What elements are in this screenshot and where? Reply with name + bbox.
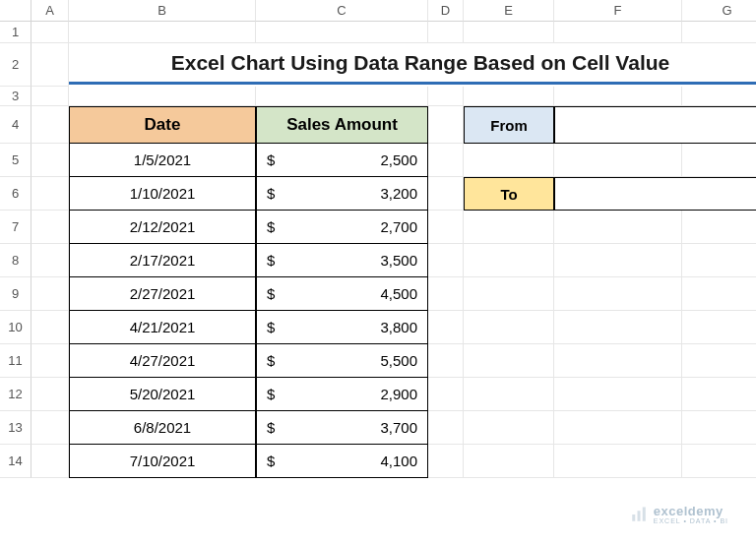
cell[interactable] <box>554 144 682 177</box>
cell[interactable] <box>32 378 69 411</box>
column-header-G[interactable]: G <box>682 0 756 22</box>
row-header-9[interactable]: 9 <box>0 277 32 311</box>
column-header-F[interactable]: F <box>554 0 682 22</box>
cell[interactable] <box>682 378 756 411</box>
cell[interactable] <box>464 87 554 106</box>
cell[interactable] <box>682 344 756 378</box>
table-cell-date[interactable]: 1/10/2021 <box>69 177 256 211</box>
table-cell-date[interactable]: 6/8/2021 <box>69 411 256 445</box>
cell[interactable] <box>554 311 682 344</box>
cell[interactable] <box>428 106 464 144</box>
cell[interactable] <box>682 22 756 43</box>
row-header-10[interactable]: 10 <box>0 311 32 344</box>
from-input[interactable] <box>554 106 756 144</box>
table-header-sales[interactable]: Sales Amount <box>256 106 428 144</box>
row-header-14[interactable]: 14 <box>0 445 32 478</box>
cell[interactable] <box>682 445 756 478</box>
cell[interactable] <box>682 87 756 106</box>
cell[interactable] <box>428 445 464 478</box>
cell[interactable] <box>256 87 428 106</box>
column-header-A[interactable]: A <box>32 0 69 22</box>
cell[interactable] <box>32 244 69 277</box>
cell[interactable] <box>554 22 682 43</box>
column-header-B[interactable]: B <box>69 0 256 22</box>
column-header-D[interactable]: D <box>428 0 464 22</box>
cell[interactable] <box>554 244 682 277</box>
cell[interactable] <box>682 211 756 244</box>
table-cell-date[interactable]: 4/27/2021 <box>69 344 256 378</box>
cell[interactable] <box>554 277 682 311</box>
table-cell-sales[interactable]: $3,500 <box>256 244 428 277</box>
cell[interactable] <box>464 22 554 43</box>
row-header-12[interactable]: 12 <box>0 378 32 411</box>
row-header-7[interactable]: 7 <box>0 211 32 244</box>
cell[interactable] <box>32 277 69 311</box>
cell[interactable] <box>554 445 682 478</box>
table-header-date[interactable]: Date <box>69 106 256 144</box>
table-cell-date[interactable]: 2/27/2021 <box>69 277 256 311</box>
table-cell-date[interactable]: 7/10/2021 <box>69 445 256 478</box>
to-input[interactable] <box>554 177 756 211</box>
table-cell-sales[interactable]: $3,700 <box>256 411 428 445</box>
cell[interactable] <box>32 411 69 445</box>
cell[interactable] <box>428 378 464 411</box>
cell[interactable] <box>428 87 464 106</box>
table-cell-sales[interactable]: $2,700 <box>256 211 428 244</box>
cell[interactable] <box>554 344 682 378</box>
table-cell-sales[interactable]: $3,200 <box>256 177 428 211</box>
table-cell-sales[interactable]: $5,500 <box>256 344 428 378</box>
cell[interactable] <box>32 22 69 43</box>
table-cell-date[interactable]: 1/5/2021 <box>69 144 256 177</box>
table-cell-date[interactable]: 2/17/2021 <box>69 244 256 277</box>
cell[interactable] <box>428 144 464 177</box>
table-cell-sales[interactable]: $4,100 <box>256 445 428 478</box>
cell[interactable] <box>682 244 756 277</box>
cell[interactable] <box>554 378 682 411</box>
cell[interactable] <box>428 244 464 277</box>
cell[interactable] <box>32 445 69 478</box>
cell[interactable] <box>428 22 464 43</box>
table-cell-sales[interactable]: $2,900 <box>256 378 428 411</box>
cell[interactable] <box>554 411 682 445</box>
cell[interactable] <box>32 43 69 87</box>
cell[interactable] <box>682 144 756 177</box>
cell[interactable] <box>256 22 428 43</box>
cell[interactable] <box>69 87 256 106</box>
row-header-3[interactable]: 3 <box>0 87 32 106</box>
cell[interactable] <box>428 344 464 378</box>
table-cell-date[interactable]: 4/21/2021 <box>69 311 256 344</box>
column-header-E[interactable]: E <box>464 0 554 22</box>
cell[interactable] <box>428 177 464 211</box>
row-header-8[interactable]: 8 <box>0 244 32 277</box>
cell[interactable] <box>32 144 69 177</box>
cell[interactable] <box>682 411 756 445</box>
row-header-11[interactable]: 11 <box>0 344 32 378</box>
row-header-6[interactable]: 6 <box>0 177 32 211</box>
column-header-C[interactable]: C <box>256 0 428 22</box>
cell[interactable] <box>682 311 756 344</box>
cell[interactable] <box>464 244 554 277</box>
table-cell-date[interactable]: 5/20/2021 <box>69 378 256 411</box>
cell[interactable] <box>32 177 69 211</box>
row-header-2[interactable]: 2 <box>0 43 32 87</box>
cell[interactable] <box>464 144 554 177</box>
cell[interactable] <box>69 22 256 43</box>
cell[interactable] <box>464 445 554 478</box>
cell[interactable] <box>554 87 682 106</box>
cell[interactable] <box>554 211 682 244</box>
cell[interactable] <box>464 311 554 344</box>
cell[interactable] <box>32 344 69 378</box>
cell[interactable] <box>32 311 69 344</box>
cell[interactable] <box>32 87 69 106</box>
cell[interactable] <box>464 378 554 411</box>
row-header-4[interactable]: 4 <box>0 106 32 144</box>
table-cell-date[interactable]: 2/12/2021 <box>69 211 256 244</box>
cell[interactable] <box>32 106 69 144</box>
cell[interactable] <box>428 277 464 311</box>
cell[interactable] <box>464 211 554 244</box>
cell[interactable] <box>464 344 554 378</box>
table-cell-sales[interactable]: $4,500 <box>256 277 428 311</box>
table-cell-sales[interactable]: $3,800 <box>256 311 428 344</box>
cell[interactable] <box>464 277 554 311</box>
cell[interactable] <box>682 277 756 311</box>
